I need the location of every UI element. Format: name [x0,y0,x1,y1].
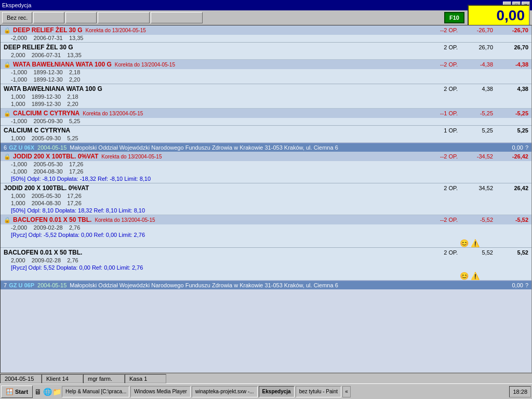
price1: 4,38 [462,86,493,92]
price2: -26,70 [497,27,528,33]
toolbar-btn4[interactable] [98,12,150,23]
title-bar: Ekspedycja _ □ × [0,0,532,10]
drug-detail: -2,000 2006-07-31 13,35 [1,35,531,42]
price2: 26,70 [497,44,528,50]
drug-row-correction: 🔒 DEEP RELIEF ŻEL 30 G Korekta do 13/200… [1,25,531,35]
taskbar-paint[interactable]: bez tytułu - Paint [296,386,341,397]
lock-icon: 🔒 [4,27,11,34]
toolbar: Bez rec. F10 0,00 [0,10,532,25]
taskbar-icon-1[interactable]: 🖥 [34,388,42,396]
price2: 5,25 [497,127,528,134]
section-number: 6 [4,144,7,151]
drug-detail: 1,000 1899-12-30 2,18 [1,94,531,101]
lock-icon: 🔒 [4,217,11,223]
drug-right: 2 OP. 5,52 5,52 [416,249,528,256]
smiley-icon: 😊 [460,272,469,280]
op-value: --1 OP. [416,110,458,116]
price2: 26,42 [497,185,528,191]
taskbar-icon-2[interactable]: 🌐 [43,388,51,396]
start-icon: 🪟 [6,388,14,395]
drug-row-correction: 🔒 WATA BAWEŁNIANA WATA 100 G Korekta do … [1,60,531,69]
window-title: Ekspedycja [2,2,31,8]
drug-detail: 1,000 2004-08-30 17,26 [1,200,531,207]
taskbar-time: 18:28 [509,386,531,397]
question-mark-icon: ? [525,282,528,288]
section-row-6: 6 GZ U 06X 2004-05-15 Małopolski Oddział… [1,143,531,152]
price2: 5,52 [497,249,528,256]
op-value: --2 OP. [416,217,458,223]
korekta-label: Korekta do 13/2004-05-15 [101,154,162,159]
drug-row-normal: CALCIUM C CYTRYNA 1 OP. 5,25 5,25 [1,126,531,135]
question-mark-icon: ? [525,144,528,151]
taskbar: 🪟 Start 🖥 🌐 📁 Help & Manual [C:\praca...… [0,383,532,399]
drug-detail: -1,000 1899-12-30 2,20 [1,76,531,84]
drug-detail: 1,000 2005-09-30 5,25 [1,135,531,142]
section-desc: Małopolski Oddział Wojewódzki Narodowego… [70,144,512,151]
drug-right: --1 OP. -5,25 -5,25 [416,110,528,116]
drug-detail: 2,000 2006-07-31 13,35 [1,52,531,59]
op-value: --2 OP. [416,153,458,159]
drug-group-baclofen: 🔒 BACLOFEN 0.01 X 50 TBL. Korekta do 13/… [1,215,531,281]
drug-name: CALCIUM C CYTRYNA [4,127,70,134]
price1: 34,52 [462,185,493,191]
taskbar-expand-button[interactable]: « [342,386,351,397]
bez-rec-button[interactable]: Bez rec. [2,12,32,23]
drug-row-correction: 🔒 JODID 200 X 100TBL. 0%VAT Korekta do 1… [1,152,531,161]
smiley-row: 😊 ⚠️ [1,272,531,280]
start-button[interactable]: 🪟 Start [1,385,33,398]
taskbar-help[interactable]: Help & Manual [C:\praca... [62,386,129,397]
drug-right: 1 OP. 5,25 5,25 [416,127,528,134]
price1: -5,25 [462,110,493,116]
start-label: Start [15,389,28,395]
korekta-label: Korekta do 13/2004-05-15 [115,62,175,68]
section-amount: 0,00 [512,282,523,288]
drug-detail: -1,000 2005-05-30 17,26 [1,161,531,168]
lock-icon: 🔒 [4,61,11,68]
drug-detail: 2,000 2009-02-28 2,76 [1,257,531,264]
price2: -5,52 [497,217,528,223]
status-client: Klient 14 [42,374,83,383]
drug-row-normal: WATA BAWEŁNIANA WATA 100 G 2 OP. 4,38 4,… [1,84,531,94]
drug-row-normal: BACLOFEN 0.01 X 50 TBL. 2 OP. 5,52 5,52 [1,248,531,257]
op-value: 2 OP. [416,44,458,50]
lock-icon: 🔒 [4,110,11,117]
taskbar-ekspedycja[interactable]: Ekspedycja [259,386,295,397]
section-code: GZ U 06X [9,144,34,151]
drug-right: 2 OP. 34,52 26,42 [416,185,528,191]
drug-name: DEEP RELIEF ŻEL 30 G [4,44,73,51]
op-value: --2 OP. [416,27,458,33]
warning-icon: ⚠️ [471,239,480,247]
price1: -26,70 [462,27,493,33]
taskbar-wmp[interactable]: Windows Media Player [130,386,191,397]
korekta-label: Korekta do 13/2004-05-15 [83,111,143,116]
taskbar-winapteka[interactable]: winapteka-projekt.sxw -... [192,386,258,397]
drug-group-calcium: 🔒 CALCIUM C CYTRYNA Korekta do 13/2004-0… [1,109,531,143]
price2: -5,25 [497,110,528,116]
smiley-row: 😊 ⚠️ [1,239,531,247]
toolbar-btn5[interactable] [151,12,203,23]
drug-detail: -1,000 2005-09-30 5,25 [1,118,531,125]
section-number: 7 [4,282,7,288]
status-date: 2004-05-15 [0,374,42,383]
drug-row-correction: 🔒 CALCIUM C CYTRYNA Korekta do 13/2004-0… [1,109,531,118]
drug-name: WATA BAWEŁNIANA WATA 100 G [13,61,112,68]
toolbar-btn3[interactable] [65,12,97,23]
content-area[interactable]: 🔒 DEEP RELIEF ŻEL 30 G Korekta do 13/200… [0,25,532,373]
drug-right: --2 OP. -5,52 -5,52 [416,217,528,223]
drug-name: JODID 200 X 100TBL. 0%VAT [4,184,89,192]
price1: 26,70 [462,44,493,50]
drug-name: JODID 200 X 100TBL. 0%VAT [13,153,98,160]
drug-extra: [Rycz] Odpl: 5,52 Dopłata: 0,00 Ref: 0,0… [1,264,531,272]
op-value: 2 OP. [416,86,458,92]
price2: -26,42 [497,153,528,159]
toolbar-btn2[interactable] [33,12,64,23]
taskbar-icon-3[interactable]: 📁 [52,388,61,396]
op-value: 2 OP. [416,185,458,191]
price2: 4,38 [497,86,528,92]
drug-name: DEEP RELIEF ŻEL 30 G [13,26,83,34]
drug-name: BACLOFEN 0.01 X 50 TBL. [4,249,82,256]
drug-detail: -1,000 1899-12-30 2,18 [1,69,531,76]
f10-button[interactable]: F10 [444,12,464,23]
op-value: 2 OP. [416,249,458,256]
drug-extra: [50%] Odpl: -8,10 Dopłata: -18,32 Ref: -… [1,176,531,183]
